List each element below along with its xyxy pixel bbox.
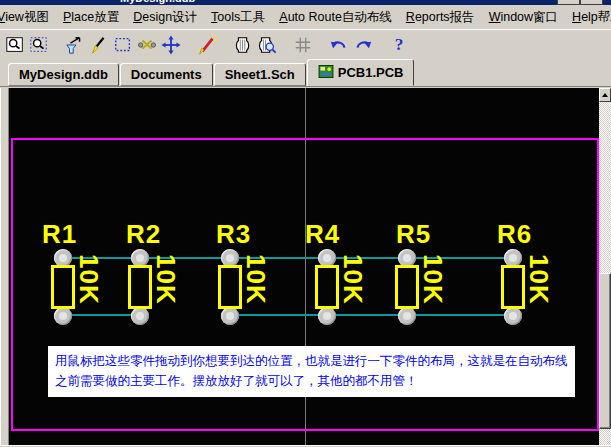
component-body-outline xyxy=(218,265,242,309)
pad-hole xyxy=(509,254,517,262)
zoom-area-icon[interactable] xyxy=(27,33,51,57)
component-body-outline xyxy=(128,265,152,309)
toolbar-group xyxy=(327,33,375,57)
pad-hole xyxy=(136,254,144,262)
tab-documents[interactable]: Documents xyxy=(120,63,213,86)
pad xyxy=(398,307,416,325)
workspace: 用鼠标把这些零件拖动到你想要到达的位置，也就是进行一下零件的布局，这就是在自动布… xyxy=(0,86,611,447)
menu-tools[interactable]: Tools工具 xyxy=(211,7,265,28)
pad xyxy=(318,307,336,325)
value-label: 10K xyxy=(243,254,269,305)
undo-icon[interactable] xyxy=(327,33,351,57)
deselect-icon[interactable] xyxy=(135,33,159,57)
menu-place[interactable]: Place放置 xyxy=(63,7,119,28)
menu-help[interactable]: Help帮助 xyxy=(572,7,611,28)
move-icon[interactable] xyxy=(159,33,183,57)
value-label: 10K xyxy=(420,254,446,305)
tab-label: Sheet1.Sch xyxy=(225,67,295,82)
tab-label: MyDesign.ddb xyxy=(19,67,108,82)
toolbar-group xyxy=(3,33,51,57)
toolbar-group xyxy=(195,33,219,57)
scroll-up-button[interactable] xyxy=(599,88,611,102)
menu-reports[interactable]: Reports报告 xyxy=(406,7,475,28)
annotation-text: 用鼠标把这些零件拖动到你想要到达的位置，也就是进行一下零件的布局，这就是在自动布… xyxy=(48,346,575,397)
toolbar-group xyxy=(231,33,279,57)
pad-hole xyxy=(403,254,411,262)
value-label: 10K xyxy=(526,254,552,305)
library-search-icon[interactable] xyxy=(255,33,279,57)
pad-hole xyxy=(323,254,331,262)
tab-label: Documents xyxy=(131,67,202,82)
pad-hole xyxy=(509,312,517,320)
component-body-outline xyxy=(501,265,525,309)
pcb-doc-icon xyxy=(318,65,334,81)
tab-pcb1-pcb[interactable]: PCB1.PCB xyxy=(307,59,415,86)
tab-sheet1-sch[interactable]: Sheet1.Sch xyxy=(214,63,306,86)
scrollbar-thumb[interactable] xyxy=(599,273,611,429)
filter-icon[interactable] xyxy=(63,33,87,57)
designator-label: R4 xyxy=(305,222,340,246)
vertical-scrollbar[interactable] xyxy=(599,88,611,447)
pad xyxy=(131,307,149,325)
tab-label: PCB1.PCB xyxy=(338,65,404,80)
zoom-window-icon[interactable] xyxy=(3,33,27,57)
component-body-outline xyxy=(51,265,75,309)
toolbar-group xyxy=(63,33,183,57)
pad-hole xyxy=(226,254,234,262)
help-icon[interactable]: ? xyxy=(387,33,411,57)
component-body-outline xyxy=(395,265,419,309)
value-label: 10K xyxy=(153,254,179,305)
pad xyxy=(221,307,239,325)
ratsnest-line xyxy=(63,314,140,316)
toolbar-group: ? xyxy=(387,33,411,57)
title-text: MyDesign.ddb xyxy=(120,0,611,4)
designator-label: R5 xyxy=(396,222,431,246)
library-icon[interactable] xyxy=(231,33,255,57)
annotation-line: 之前需要做的主要工作。摆放放好了就可以了，其他的都不用管！ xyxy=(55,371,568,391)
select-area-icon[interactable] xyxy=(111,33,135,57)
menu-window[interactable]: Window窗口 xyxy=(489,7,558,28)
component-body-outline xyxy=(315,265,339,309)
menu-auto-route[interactable]: Auto Route自动布线 xyxy=(279,7,392,28)
document-tab-bar: MyDesign.ddbDocumentsSheet1.SchPCB1.PCB xyxy=(0,58,611,86)
pad xyxy=(504,307,522,325)
menu-view[interactable]: View视图 xyxy=(0,7,49,28)
value-label: 10K xyxy=(340,254,366,305)
probe-icon[interactable] xyxy=(87,33,111,57)
designator-label: R1 xyxy=(42,222,77,246)
designator-label: R6 xyxy=(497,222,532,246)
svg-text:?: ? xyxy=(395,35,404,54)
pad xyxy=(54,307,72,325)
toolbar-group xyxy=(291,33,315,57)
pcb-canvas[interactable]: 用鼠标把这些零件拖动到你想要到达的位置，也就是进行一下零件的布局，这就是在自动布… xyxy=(9,88,599,447)
grid-icon[interactable] xyxy=(291,33,315,57)
pad-hole xyxy=(136,312,144,320)
menu-design[interactable]: Design设计 xyxy=(133,7,197,28)
annotation-line: 用鼠标把这些零件拖动到你想要到达的位置，也就是进行一下零件的布局，这就是在自动布… xyxy=(55,351,568,371)
menu-bar: View视图Place放置Design设计Tools工具Auto Route自动… xyxy=(0,5,611,29)
designator-label: R2 xyxy=(126,222,161,246)
redo-icon[interactable] xyxy=(351,33,375,57)
toolbar: ? xyxy=(0,29,611,59)
ratsnest-line xyxy=(230,314,513,316)
highlight-pen-icon[interactable] xyxy=(195,33,219,57)
tab-mydesign-ddb[interactable]: MyDesign.ddb xyxy=(8,63,119,86)
arrow-up-icon xyxy=(602,93,608,97)
pcb-editor-window: MyDesign.ddb View视图Place放置Design设计Tools工… xyxy=(0,0,611,447)
pad-hole xyxy=(59,312,67,320)
pad-hole xyxy=(59,254,67,262)
value-label: 10K xyxy=(76,254,102,305)
pad-hole xyxy=(226,312,234,320)
designator-label: R3 xyxy=(216,222,251,246)
pad-hole xyxy=(403,312,411,320)
left-panel-edge[interactable] xyxy=(0,88,9,447)
pad-hole xyxy=(323,312,331,320)
